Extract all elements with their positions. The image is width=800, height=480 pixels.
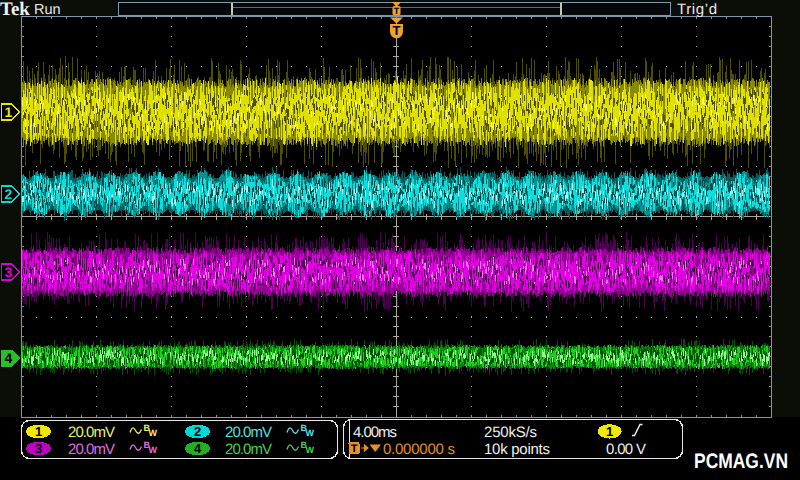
svg-text:0.00 V: 0.00 V (606, 441, 646, 458)
svg-text:0.000000 s: 0.000000 s (383, 441, 455, 458)
svg-text:T: T (393, 23, 401, 38)
svg-text:20.0mV: 20.0mV (68, 424, 115, 441)
svg-text:W: W (149, 445, 158, 455)
svg-text:T: T (351, 443, 358, 455)
svg-text:10k points: 10k points (484, 441, 550, 458)
svg-text:4: 4 (194, 441, 202, 456)
svg-text:250kS/s: 250kS/s (484, 424, 537, 441)
svg-text:T: T (394, 6, 400, 16)
svg-text:1: 1 (5, 104, 13, 120)
svg-text:2: 2 (194, 424, 201, 439)
svg-text:20.0mV: 20.0mV (225, 424, 272, 441)
svg-text:2: 2 (5, 186, 13, 202)
svg-text:3: 3 (35, 441, 42, 456)
svg-text:Trig’d: Trig’d (677, 1, 717, 18)
svg-text:1: 1 (606, 424, 613, 439)
svg-text:4.00ms: 4.00ms (353, 424, 397, 441)
svg-text:W: W (306, 428, 315, 438)
svg-text:4: 4 (5, 350, 13, 366)
svg-text:Run: Run (34, 2, 61, 18)
svg-text:PCMAG.VN: PCMAG.VN (694, 450, 788, 473)
svg-text:1: 1 (35, 424, 42, 439)
svg-text:20.0mV: 20.0mV (225, 441, 272, 458)
svg-text:20.0mV: 20.0mV (68, 441, 115, 458)
svg-text:Tek: Tek (0, 0, 30, 20)
svg-text:W: W (149, 428, 158, 438)
svg-text:3: 3 (5, 264, 13, 280)
svg-text:W: W (306, 445, 315, 455)
